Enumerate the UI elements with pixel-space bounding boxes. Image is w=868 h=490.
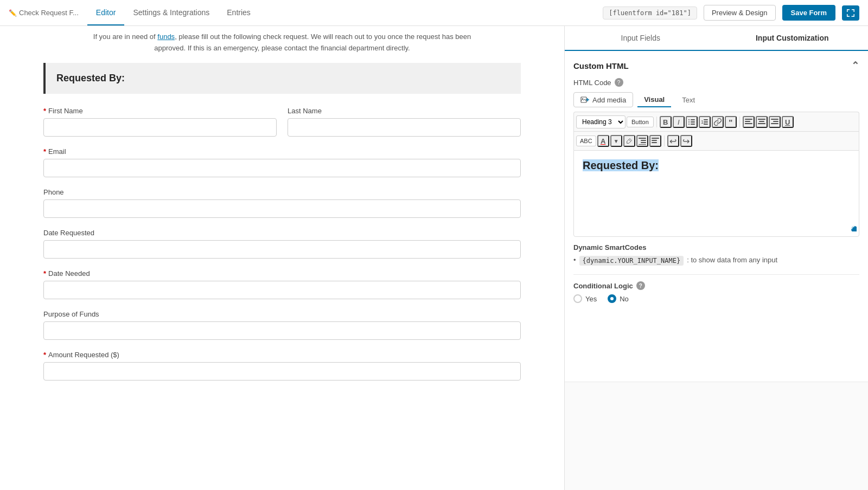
heading-select[interactable]: Heading 3Heading 1Heading 2Paragraph (576, 115, 626, 128)
conditional-yes-option[interactable]: Yes (573, 294, 597, 303)
svg-rect-6 (688, 121, 690, 122)
align-center-button[interactable] (756, 116, 768, 128)
expand-button[interactable] (842, 5, 859, 21)
conditional-no-option[interactable]: No (608, 294, 629, 303)
form-area: If you are in need of funds, please fill… (0, 26, 564, 490)
editor-resize-handle[interactable] (847, 222, 857, 234)
breadcrumb-text: Check Request F... (19, 9, 79, 17)
underline-button[interactable]: U (782, 116, 794, 128)
collapse-icon[interactable]: ⌃ (851, 60, 859, 72)
align-left-button[interactable] (743, 116, 755, 128)
conditional-logic-help-icon[interactable]: ? (636, 281, 645, 290)
date-requested-field: Date Requested (43, 229, 521, 259)
tab-input-fields[interactable]: Input Fields (565, 26, 717, 50)
svg-rect-19 (759, 121, 764, 122)
html-code-help-icon[interactable]: ? (615, 78, 623, 87)
panel-body: Custom HTML ⌃ HTML Code ? Add med (565, 51, 868, 382)
amount-input[interactable] (43, 362, 521, 381)
amount-label: * Amount Requested ($) (43, 351, 521, 359)
amount-field: * Amount Requested ($) (43, 351, 521, 381)
date-needed-label: * Date Needed (43, 269, 521, 278)
amount-row: * Amount Requested ($) (43, 351, 521, 381)
ol-icon: 1. (701, 118, 709, 126)
html-code-label: HTML Code ? (573, 78, 859, 87)
right-panel: Input Fields Input Customization Custom … (564, 26, 868, 490)
italic-button[interactable]: I (673, 116, 685, 128)
name-row: * First Name Last Name (43, 107, 521, 137)
purpose-label: Purpose of Funds (43, 310, 521, 318)
svg-rect-29 (652, 138, 659, 139)
outdent-button[interactable] (649, 135, 661, 147)
phone-field: Phone (43, 188, 521, 218)
eraser-button[interactable] (623, 135, 635, 147)
nav-actions: [fluentform id="181"] Preview & Design S… (603, 5, 859, 21)
svg-rect-17 (745, 123, 749, 124)
align-center-icon (758, 118, 765, 126)
save-form-button[interactable]: Save Form (782, 5, 835, 21)
breadcrumb: ✏️ Check Request F... (9, 9, 79, 17)
conditional-no-radio[interactable] (608, 294, 616, 303)
svg-rect-26 (641, 140, 646, 141)
tab-text[interactable]: Text (675, 93, 701, 107)
phone-label: Phone (43, 188, 521, 196)
indent-button[interactable] (636, 135, 648, 147)
phone-input[interactable] (43, 199, 521, 218)
link-icon (714, 118, 722, 126)
conditional-logic-radio-group: Yes No (573, 294, 859, 303)
email-field: * Email (43, 147, 521, 177)
svg-rect-7 (691, 121, 695, 122)
bold-button[interactable]: B (660, 116, 672, 128)
email-input[interactable] (43, 159, 521, 177)
align-right-button[interactable] (769, 116, 781, 128)
date-requested-label: Date Requested (43, 229, 521, 237)
editor-content-area[interactable]: Requested By: (573, 150, 859, 237)
preview-design-button[interactable]: Preview & Design (704, 5, 776, 21)
svg-rect-27 (641, 142, 646, 143)
section-label-custom-html: Custom HTML ⌃ (573, 60, 859, 72)
svg-rect-8 (688, 124, 690, 125)
svg-rect-28 (639, 144, 646, 145)
bottom-empty-area (565, 382, 868, 490)
nav-tabs: Editor Settings & Integrations Entries (87, 1, 259, 25)
conditional-yes-radio[interactable] (573, 294, 582, 303)
tab-editor[interactable]: Editor (87, 1, 125, 25)
link-button[interactable] (712, 116, 724, 128)
date-needed-required: * (43, 269, 46, 278)
expand-icon (846, 9, 855, 17)
svg-rect-11 (704, 119, 708, 120)
ordered-list-button[interactable]: 1. (699, 116, 711, 128)
unordered-list-button[interactable] (686, 116, 698, 128)
undo-button[interactable]: ↩ (667, 135, 679, 147)
first-name-input[interactable] (43, 118, 277, 137)
resize-icon (847, 222, 857, 231)
redo-button[interactable]: ↪ (680, 135, 692, 147)
purpose-input[interactable] (43, 321, 521, 340)
main-layout: If you are in need of funds, please fill… (0, 26, 868, 490)
dynamic-smartcodes-section: Dynamic SmartCodes {dynamic.YOUR_INPUT_N… (573, 243, 859, 266)
svg-rect-22 (773, 121, 778, 122)
svg-rect-18 (758, 119, 765, 120)
tab-settings[interactable]: Settings & Integrations (124, 1, 218, 25)
abc-button[interactable]: ABC (576, 136, 596, 146)
align-left-icon (745, 118, 752, 126)
font-color-button[interactable]: A (597, 135, 609, 147)
font-color-dropdown[interactable]: ▼ (610, 135, 622, 147)
date-needed-input[interactable] (43, 281, 521, 299)
add-media-button[interactable]: Add media (573, 92, 633, 107)
editor-toolbar: Heading 3Heading 1Heading 2Paragraph But… (573, 112, 859, 132)
button-toolbar-btn[interactable]: Button (627, 117, 654, 127)
ul-icon (688, 118, 695, 126)
toolbar-sep-3 (664, 136, 665, 146)
blockquote-button[interactable]: " (725, 116, 737, 128)
svg-rect-20 (758, 123, 765, 124)
editor-actions: Add media Visual Text (573, 92, 859, 107)
tab-input-customization[interactable]: Input Customization (717, 26, 869, 51)
tab-visual[interactable]: Visual (637, 93, 671, 107)
date-requested-input[interactable] (43, 240, 521, 259)
first-name-field: * First Name (43, 107, 277, 137)
last-name-input[interactable] (288, 118, 521, 137)
eraser-icon (626, 137, 633, 145)
funds-link[interactable]: funds (157, 33, 175, 41)
email-required: * (43, 147, 46, 156)
tab-entries[interactable]: Entries (218, 1, 259, 25)
